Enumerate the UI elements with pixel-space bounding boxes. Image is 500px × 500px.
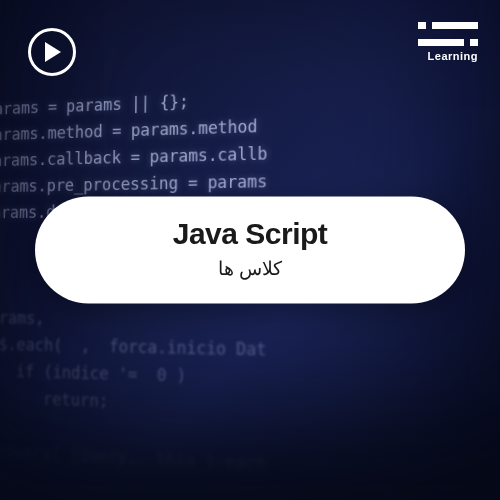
- brand-label: Learning: [428, 50, 478, 62]
- title-card: Java Script کلاس ها: [35, 197, 465, 304]
- play-button[interactable]: [28, 28, 76, 76]
- svg-marker-0: [45, 42, 61, 62]
- brand-logo: Learning: [418, 22, 478, 62]
- course-subtitle: کلاس ها: [65, 257, 435, 280]
- brand-mark-icon: [418, 22, 478, 46]
- play-icon: [43, 42, 61, 62]
- course-title: Java Script: [65, 217, 435, 251]
